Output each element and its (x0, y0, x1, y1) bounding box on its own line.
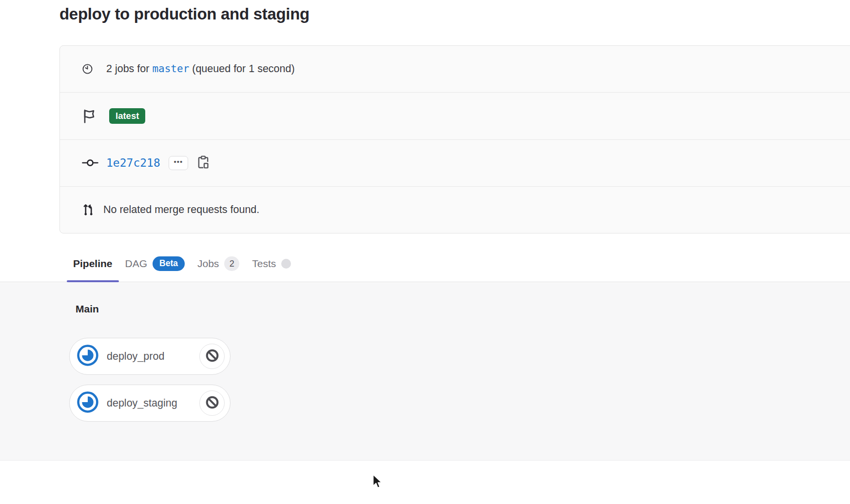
queued-duration-text: (queued for 1 second) (189, 63, 294, 75)
copy-commit-sha-button[interactable] (197, 155, 210, 171)
jobs-count-badge: 2 (224, 256, 239, 271)
commit-icon (82, 157, 98, 168)
beta-badge: Beta (153, 256, 185, 271)
tab-pipeline-label: Pipeline (73, 258, 113, 270)
no-merge-requests-text: No related merge requests found. (103, 204, 259, 216)
merge-requests-row: No related merge requests found. (60, 186, 850, 233)
cancel-icon (205, 348, 220, 365)
clock-icon (82, 63, 98, 75)
tab-jobs-label: Jobs (197, 258, 219, 270)
active-tab-underline (67, 280, 119, 282)
tests-empty-badge (281, 259, 291, 269)
job-name: deploy_staging (107, 397, 177, 409)
commit-row: 1e27c218 ••• (60, 139, 850, 186)
clipboard-icon (197, 155, 210, 171)
cancel-job-button[interactable] (199, 344, 225, 369)
pipeline-graph-area: Main deploy_prod (0, 283, 850, 461)
job-name: deploy_prod (107, 350, 164, 363)
jobs-summary-row: 2 jobs for master (queued for 1 second) (60, 46, 850, 92)
page-title: deploy to production and staging (59, 5, 309, 23)
pipeline-tabbar: Pipeline DAG Beta Jobs 2 Tests (67, 245, 297, 282)
commit-sha-link[interactable]: 1e27c218 (106, 156, 160, 169)
branch-link[interactable]: master (152, 63, 189, 75)
stage-job-list: deploy_prod deploy_staging (69, 338, 231, 422)
latest-badge[interactable]: latest (109, 108, 145, 124)
tab-tests[interactable]: Tests (246, 245, 297, 282)
tab-tests-label: Tests (252, 258, 276, 270)
latest-badge-row: latest (60, 92, 850, 139)
cancel-icon (205, 395, 220, 411)
tab-jobs[interactable]: Jobs 2 (191, 245, 246, 282)
job-pill-deploy-staging[interactable]: deploy_staging (69, 385, 231, 422)
pipeline-summary-card: 2 jobs for master (queued for 1 second) … (59, 45, 850, 233)
tab-dag-label: DAG (125, 258, 148, 270)
cancel-job-button[interactable] (199, 390, 225, 416)
jobs-count-text: 2 jobs for (106, 63, 152, 75)
tab-pipeline[interactable]: Pipeline (67, 245, 119, 282)
flag-icon (82, 108, 98, 124)
tab-dag[interactable]: DAG Beta (119, 245, 191, 282)
commit-message-toggle-button[interactable]: ••• (169, 156, 188, 170)
jobs-summary-text: 2 jobs for master (queued for 1 second) (106, 63, 295, 75)
running-status-icon (77, 345, 98, 368)
mouse-cursor (372, 474, 385, 491)
running-status-icon (77, 391, 98, 415)
merge-request-icon (82, 202, 98, 217)
job-pill-deploy-prod[interactable]: deploy_prod (69, 338, 231, 375)
ellipsis-icon: ••• (174, 158, 183, 165)
stage-title: Main (76, 303, 99, 315)
